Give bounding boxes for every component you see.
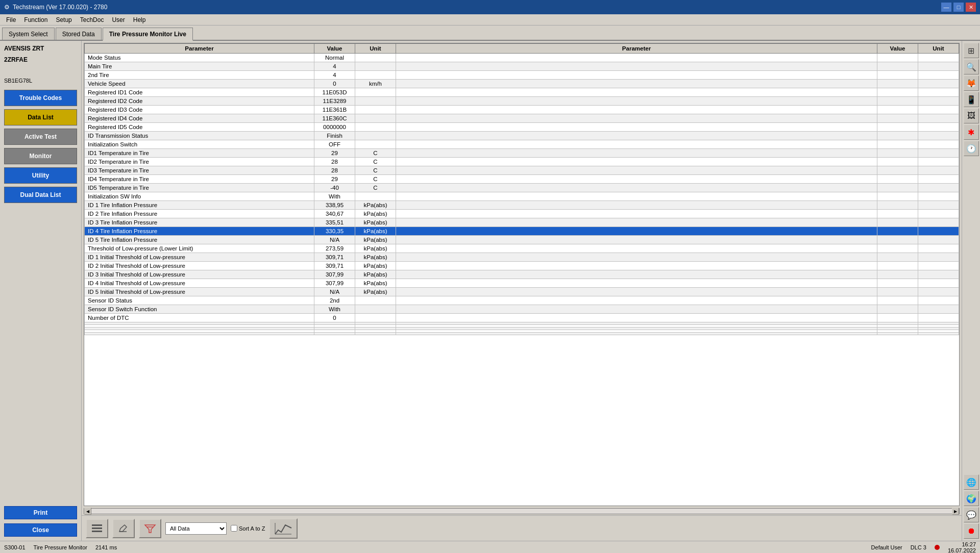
firefox-icon-button[interactable]: 🦊: [964, 76, 979, 91]
close-button[interactable]: ✕: [966, 3, 976, 12]
menu-item-setup[interactable]: Setup: [52, 15, 76, 24]
table-row[interactable]: ID 4 Initial Threshold of Low-pressure30…: [85, 279, 959, 288]
table-row[interactable]: ID5 Temperature in Tire-40C: [85, 184, 959, 192]
clock-icon-button[interactable]: 🕐: [964, 141, 979, 156]
scroll-left-arrow[interactable]: ◀: [84, 508, 91, 515]
table-row[interactable]: ID 2 Tire Inflation Pressure340,67kPa(ab…: [85, 210, 959, 218]
data-table-container[interactable]: Parameter Value Unit Parameter Value Uni…: [84, 43, 960, 506]
cell-value2: [877, 270, 918, 279]
tab-0[interactable]: System Select: [2, 28, 55, 40]
scrollbar-track[interactable]: [91, 509, 952, 514]
cell-value: -40: [314, 184, 355, 192]
bottom-toolbar: All Data Changed Data DTC Related Sort A…: [82, 515, 962, 541]
table-row[interactable]: Vehicle Speed0km/h: [85, 80, 959, 88]
record-icon-button[interactable]: ⏺: [964, 523, 979, 539]
table-row[interactable]: ID4 Temperature in Tire29C: [85, 175, 959, 184]
table-row[interactable]: ID 4 Tire Inflation Pressure330,35kPa(ab…: [85, 227, 959, 236]
chat-icon-button[interactable]: 💬: [964, 507, 979, 522]
table-row[interactable]: Registered ID1 Code11E053D: [85, 88, 959, 97]
cell-value: 0: [314, 80, 355, 88]
scroll-right-arrow[interactable]: ▶: [952, 508, 959, 515]
table-row[interactable]: Number of DTC0: [85, 314, 959, 322]
cell-value: 330,35: [314, 227, 355, 236]
table-row[interactable]: ID2 Temperature in Tire28C: [85, 158, 959, 166]
utility-button[interactable]: Utility: [4, 167, 77, 184]
minimize-button[interactable]: —: [941, 3, 951, 12]
cell-unit: kPa(abs): [355, 244, 396, 253]
table-row[interactable]: ID Transmission StatusFinish: [85, 132, 959, 140]
cell-param2: [396, 123, 877, 132]
table-row[interactable]: Mode StatusNormal: [85, 54, 959, 62]
cell-value: 309,71: [314, 262, 355, 270]
table-row[interactable]: ID 1 Tire Inflation Pressure338,95kPa(ab…: [85, 201, 959, 210]
cell-unit2: [918, 279, 959, 288]
table-row[interactable]: ID 1 Initial Threshold of Low-pressure30…: [85, 253, 959, 262]
cell-unit: [355, 54, 396, 62]
table-row[interactable]: Registered ID2 Code11E3289: [85, 97, 959, 106]
cell-value: 28: [314, 166, 355, 175]
table-row[interactable]: Initialization SwitchOFF: [85, 140, 959, 149]
data-filter-dropdown[interactable]: All Data Changed Data DTC Related: [165, 522, 227, 535]
table-row[interactable]: ID 5 Initial Threshold of Low-pressureN/…: [85, 288, 959, 296]
windows-icon-button[interactable]: ⊞: [964, 43, 979, 58]
error-icon-button[interactable]: ✱: [964, 124, 979, 140]
cell-unit2: [918, 106, 959, 114]
table-row[interactable]: [85, 333, 959, 335]
chart-button[interactable]: [269, 518, 298, 539]
table-row[interactable]: ID 2 Initial Threshold of Low-pressure30…: [85, 262, 959, 270]
list-icon: [91, 523, 103, 534]
menu-item-file[interactable]: File: [2, 15, 20, 24]
menu-item-techdoc[interactable]: TechDoc: [76, 15, 108, 24]
table-row[interactable]: ID 5 Tire Inflation PressureN/AkPa(abs): [85, 236, 959, 244]
table-row[interactable]: Registered ID5 Code0000000: [85, 123, 959, 132]
table-row[interactable]: Sensor ID Switch FunctionWith: [85, 305, 959, 314]
sort-checkbox[interactable]: [231, 525, 237, 532]
cell-param2: [396, 279, 877, 288]
menu-item-function[interactable]: Function: [20, 15, 52, 24]
table-row[interactable]: Sensor ID Status2nd: [85, 296, 959, 305]
tab-1[interactable]: Stored Data: [56, 28, 102, 40]
print-button[interactable]: Print: [4, 506, 77, 519]
menu-item-help[interactable]: Help: [129, 15, 150, 24]
maximize-button[interactable]: □: [953, 3, 964, 12]
cell-unit2: [918, 253, 959, 262]
cell-unit2: [918, 123, 959, 132]
cell-unit2: [918, 314, 959, 322]
table-row[interactable]: Registered ID4 Code11E360C: [85, 114, 959, 123]
filter-button[interactable]: [139, 519, 161, 538]
table-row[interactable]: ID1 Temperature in Tire29C: [85, 149, 959, 158]
table-row[interactable]: Registered ID3 Code11E361B: [85, 106, 959, 114]
list-view-button[interactable]: [86, 519, 108, 538]
table-row[interactable]: Threshold of Low-pressure (Lower Limit)2…: [85, 244, 959, 253]
active-test-button[interactable]: Active Test: [4, 129, 77, 145]
chart-icon: [273, 521, 293, 536]
table-row[interactable]: Main Tire4: [85, 62, 959, 71]
data-list-button[interactable]: Data List: [4, 109, 77, 125]
table-row[interactable]: 2nd Tire4: [85, 71, 959, 80]
status-timing: 2141 ms: [95, 544, 117, 550]
dual-data-list-button[interactable]: Dual Data List: [4, 187, 77, 203]
monitor-button[interactable]: Monitor: [4, 148, 77, 164]
globe-icon-button[interactable]: 🌍: [964, 491, 979, 506]
data-table: Parameter Value Unit Parameter Value Uni…: [84, 43, 959, 335]
cell-value: 309,71: [314, 253, 355, 262]
trouble-codes-button[interactable]: Trouble Codes: [4, 90, 77, 106]
table-row[interactable]: Initialization SW InfoWith: [85, 192, 959, 201]
table-row[interactable]: ID 3 Initial Threshold of Low-pressure30…: [85, 270, 959, 279]
tab-2[interactable]: Tire Pressure Monitor Live: [103, 28, 193, 41]
status-timing-text: 2141 ms: [95, 544, 117, 550]
close-button[interactable]: Close: [4, 523, 77, 537]
cell-value: 273,59: [314, 244, 355, 253]
edit-button[interactable]: [112, 519, 135, 538]
photo-icon-button[interactable]: 🖼: [964, 108, 979, 123]
cell-value: [314, 333, 355, 335]
cell-param2: [396, 149, 877, 158]
sort-checkbox-label[interactable]: Sort A to Z: [231, 525, 265, 532]
menu-item-user[interactable]: User: [108, 15, 129, 24]
horizontal-scrollbar[interactable]: ◀ ▶: [84, 508, 960, 514]
table-row[interactable]: ID3 Temperature in Tire28C: [85, 166, 959, 175]
search-icon-button[interactable]: 🔍: [964, 59, 979, 74]
network-icon-button[interactable]: 🌐: [964, 474, 979, 490]
app1-icon-button[interactable]: 📱: [964, 92, 979, 107]
table-row[interactable]: ID 3 Tire Inflation Pressure335,51kPa(ab…: [85, 218, 959, 227]
